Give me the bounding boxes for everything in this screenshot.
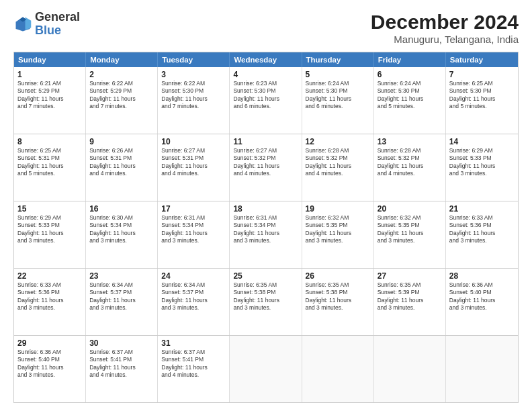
- day-info: Sunrise: 6:25 AM Sunset: 5:31 PM Dayligh…: [17, 147, 82, 178]
- day-number: 2: [89, 70, 154, 79]
- day-number: 24: [161, 271, 226, 281]
- day-number: 17: [161, 204, 226, 214]
- day-number: 16: [89, 204, 154, 214]
- day-number: 5: [306, 70, 370, 79]
- day-info: Sunrise: 6:23 AM Sunset: 5:30 PM Dayligh…: [233, 80, 298, 111]
- calendar-cell: 17Sunrise: 6:31 AM Sunset: 5:34 PM Dayli…: [158, 201, 230, 268]
- weekday-header: Saturday: [446, 52, 518, 67]
- day-number: 1: [17, 70, 82, 79]
- logo-text: General Blue: [35, 11, 80, 38]
- calendar-header: SundayMondayTuesdayWednesdayThursdayFrid…: [14, 52, 518, 67]
- svg-marker-1: [26, 17, 32, 30]
- weekday-header: Tuesday: [158, 52, 230, 67]
- calendar-cell: 1Sunrise: 6:21 AM Sunset: 5:29 PM Daylig…: [14, 67, 86, 134]
- calendar-week-row: 22Sunrise: 6:33 AM Sunset: 5:36 PM Dayli…: [14, 268, 518, 335]
- day-info: Sunrise: 6:32 AM Sunset: 5:35 PM Dayligh…: [378, 214, 442, 245]
- day-info: Sunrise: 6:27 AM Sunset: 5:31 PM Dayligh…: [161, 147, 226, 178]
- day-number: 26: [306, 271, 370, 281]
- calendar-cell: 8Sunrise: 6:25 AM Sunset: 5:31 PM Daylig…: [14, 134, 86, 201]
- logo-icon: [13, 15, 32, 34]
- day-info: Sunrise: 6:28 AM Sunset: 5:32 PM Dayligh…: [306, 147, 370, 178]
- calendar-cell: 23Sunrise: 6:34 AM Sunset: 5:37 PM Dayli…: [86, 269, 158, 335]
- day-number: 23: [89, 271, 154, 281]
- calendar-title: December 2024: [371, 11, 519, 34]
- calendar-cell: [230, 336, 302, 402]
- day-number: 21: [449, 204, 515, 214]
- calendar-cell: 2Sunrise: 6:22 AM Sunset: 5:29 PM Daylig…: [86, 67, 158, 134]
- day-number: 25: [233, 271, 298, 281]
- day-info: Sunrise: 6:24 AM Sunset: 5:30 PM Dayligh…: [306, 80, 370, 111]
- day-info: Sunrise: 6:36 AM Sunset: 5:40 PM Dayligh…: [449, 281, 515, 312]
- calendar-cell: 12Sunrise: 6:28 AM Sunset: 5:32 PM Dayli…: [302, 134, 374, 201]
- day-info: Sunrise: 6:26 AM Sunset: 5:31 PM Dayligh…: [89, 147, 154, 178]
- day-info: Sunrise: 6:37 AM Sunset: 5:41 PM Dayligh…: [89, 349, 154, 379]
- calendar-cell: [446, 336, 518, 402]
- day-info: Sunrise: 6:35 AM Sunset: 5:39 PM Dayligh…: [378, 281, 442, 312]
- day-info: Sunrise: 6:29 AM Sunset: 5:33 PM Dayligh…: [17, 214, 82, 245]
- day-info: Sunrise: 6:33 AM Sunset: 5:36 PM Dayligh…: [449, 214, 515, 245]
- calendar-cell: 10Sunrise: 6:27 AM Sunset: 5:31 PM Dayli…: [158, 134, 230, 201]
- calendar-cell: 31Sunrise: 6:37 AM Sunset: 5:41 PM Dayli…: [158, 336, 230, 402]
- calendar-cell: 14Sunrise: 6:29 AM Sunset: 5:33 PM Dayli…: [446, 134, 518, 201]
- calendar-cell: 7Sunrise: 6:25 AM Sunset: 5:30 PM Daylig…: [446, 67, 518, 134]
- calendar-cell: 26Sunrise: 6:35 AM Sunset: 5:38 PM Dayli…: [302, 269, 374, 335]
- day-info: Sunrise: 6:30 AM Sunset: 5:34 PM Dayligh…: [89, 214, 154, 245]
- calendar-week-row: 15Sunrise: 6:29 AM Sunset: 5:33 PM Dayli…: [14, 201, 518, 268]
- calendar-cell: 15Sunrise: 6:29 AM Sunset: 5:33 PM Dayli…: [14, 201, 86, 268]
- day-number: 8: [17, 137, 82, 146]
- day-info: Sunrise: 6:21 AM Sunset: 5:29 PM Dayligh…: [17, 80, 82, 111]
- calendar-cell: 24Sunrise: 6:34 AM Sunset: 5:37 PM Dayli…: [158, 269, 230, 335]
- calendar-week-row: 29Sunrise: 6:36 AM Sunset: 5:40 PM Dayli…: [14, 335, 518, 402]
- day-number: 11: [233, 137, 298, 146]
- weekday-header: Sunday: [14, 52, 86, 67]
- day-info: Sunrise: 6:22 AM Sunset: 5:29 PM Dayligh…: [89, 80, 154, 111]
- title-block: December 2024 Manuguru, Telangana, India: [371, 11, 519, 45]
- day-number: 12: [306, 137, 370, 146]
- calendar-week-row: 1Sunrise: 6:21 AM Sunset: 5:29 PM Daylig…: [14, 67, 518, 134]
- day-number: 14: [449, 137, 515, 146]
- calendar-cell: 30Sunrise: 6:37 AM Sunset: 5:41 PM Dayli…: [86, 336, 158, 402]
- calendar-cell: 20Sunrise: 6:32 AM Sunset: 5:35 PM Dayli…: [374, 201, 446, 268]
- calendar-week-row: 8Sunrise: 6:25 AM Sunset: 5:31 PM Daylig…: [14, 134, 518, 201]
- day-number: 29: [17, 338, 82, 348]
- calendar-cell: 19Sunrise: 6:32 AM Sunset: 5:35 PM Dayli…: [302, 201, 374, 268]
- calendar-cell: 6Sunrise: 6:24 AM Sunset: 5:30 PM Daylig…: [374, 67, 446, 134]
- calendar-subtitle: Manuguru, Telangana, India: [371, 34, 519, 45]
- day-info: Sunrise: 6:34 AM Sunset: 5:37 PM Dayligh…: [89, 281, 154, 312]
- calendar-cell: 25Sunrise: 6:35 AM Sunset: 5:38 PM Dayli…: [230, 269, 302, 335]
- calendar-cell: [374, 336, 446, 402]
- day-number: 22: [17, 271, 82, 281]
- day-number: 13: [378, 137, 442, 146]
- day-number: 3: [161, 70, 226, 79]
- page: General Blue December 2024 Manuguru, Tel…: [0, 0, 532, 411]
- calendar-cell: 18Sunrise: 6:31 AM Sunset: 5:34 PM Dayli…: [230, 201, 302, 268]
- day-number: 6: [378, 70, 442, 79]
- calendar-cell: 11Sunrise: 6:27 AM Sunset: 5:32 PM Dayli…: [230, 134, 302, 201]
- calendar-cell: 22Sunrise: 6:33 AM Sunset: 5:36 PM Dayli…: [14, 269, 86, 335]
- calendar-cell: 27Sunrise: 6:35 AM Sunset: 5:39 PM Dayli…: [374, 269, 446, 335]
- calendar: SundayMondayTuesdayWednesdayThursdayFrid…: [13, 52, 519, 403]
- day-number: 28: [449, 271, 515, 281]
- calendar-cell: [302, 336, 374, 402]
- day-info: Sunrise: 6:37 AM Sunset: 5:41 PM Dayligh…: [161, 349, 226, 379]
- weekday-header: Thursday: [302, 52, 374, 67]
- logo-blue-text: Blue: [35, 24, 61, 37]
- day-info: Sunrise: 6:32 AM Sunset: 5:35 PM Dayligh…: [306, 214, 370, 245]
- day-info: Sunrise: 6:31 AM Sunset: 5:34 PM Dayligh…: [233, 214, 298, 245]
- calendar-cell: 21Sunrise: 6:33 AM Sunset: 5:36 PM Dayli…: [446, 201, 518, 268]
- weekday-header: Friday: [374, 52, 446, 67]
- calendar-cell: 16Sunrise: 6:30 AM Sunset: 5:34 PM Dayli…: [86, 201, 158, 268]
- day-info: Sunrise: 6:29 AM Sunset: 5:33 PM Dayligh…: [449, 147, 515, 178]
- day-number: 18: [233, 204, 298, 214]
- weekday-header: Monday: [86, 52, 158, 67]
- day-info: Sunrise: 6:34 AM Sunset: 5:37 PM Dayligh…: [161, 281, 226, 312]
- day-number: 31: [161, 338, 226, 348]
- day-number: 27: [378, 271, 442, 281]
- day-info: Sunrise: 6:36 AM Sunset: 5:40 PM Dayligh…: [17, 349, 82, 379]
- day-number: 7: [449, 70, 515, 79]
- day-number: 10: [161, 137, 226, 146]
- day-number: 19: [306, 204, 370, 214]
- day-info: Sunrise: 6:31 AM Sunset: 5:34 PM Dayligh…: [161, 214, 226, 245]
- day-number: 4: [233, 70, 298, 79]
- day-info: Sunrise: 6:24 AM Sunset: 5:30 PM Dayligh…: [378, 80, 442, 111]
